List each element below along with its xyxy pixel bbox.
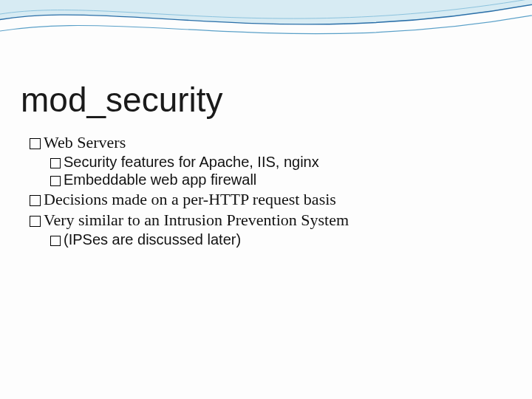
subbullet-embeddable-firewall: Embeddable web app firewall xyxy=(50,171,502,188)
bullet-text: Embeddable web app firewall xyxy=(64,171,502,188)
subbullet-security-features: Security features for Apache, IIS, nginx xyxy=(50,154,502,171)
header-swoosh-decoration xyxy=(0,0,532,89)
bullet-text: Very similar to an Intrusion Prevention … xyxy=(44,211,502,230)
bullet-text: Decisions made on a per-HTTP request bas… xyxy=(44,190,502,209)
bullet-web-servers: Web Servers xyxy=(30,133,502,152)
square-bullet-icon xyxy=(50,236,61,246)
bullet-text: Web Servers xyxy=(44,133,502,152)
bullet-text: (IPSes are discussed later) xyxy=(64,231,502,248)
bullet-text: Security features for Apache, IIS, nginx xyxy=(64,154,502,171)
bullet-similar-ips: Very similar to an Intrusion Prevention … xyxy=(30,211,502,230)
bullet-decisions: Decisions made on a per-HTTP request bas… xyxy=(30,190,502,209)
square-bullet-icon xyxy=(30,138,41,149)
slide-title: mod_security xyxy=(21,80,223,120)
slide-body: Web Servers Security features for Apache… xyxy=(30,132,502,249)
square-bullet-icon xyxy=(50,176,61,186)
subbullet-ipses-later: (IPSes are discussed later) xyxy=(50,231,502,248)
square-bullet-icon xyxy=(30,216,41,227)
square-bullet-icon xyxy=(50,158,61,168)
square-bullet-icon xyxy=(30,195,41,206)
